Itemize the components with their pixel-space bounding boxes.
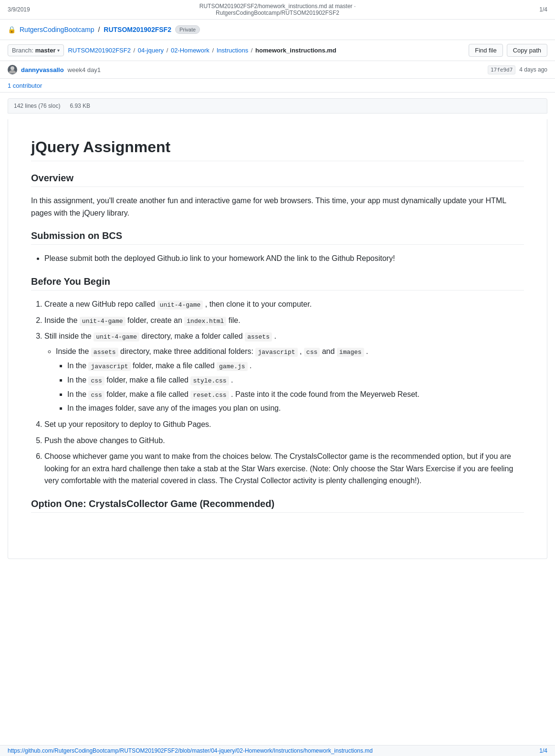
list-item: In the images folder, save any of the im… bbox=[67, 402, 524, 414]
commit-message: week4 day1 bbox=[68, 66, 101, 73]
private-badge: Private bbox=[175, 25, 200, 34]
org-link[interactable]: RutgersCodingBootcamp bbox=[20, 26, 94, 33]
section-overview-heading: Overview bbox=[31, 173, 524, 187]
breadcrumb-homework[interactable]: 02-Homework bbox=[171, 47, 209, 54]
breadcrumb-actions: Find file Copy path bbox=[469, 44, 547, 57]
list-item: Inside the unit-4-game folder, create an… bbox=[44, 314, 524, 327]
nested-files-list: In the javascript folder, make a file ca… bbox=[56, 360, 524, 414]
code-assets: assets bbox=[245, 332, 272, 342]
breadcrumb-current: homework_instructions.md bbox=[255, 47, 336, 54]
code-images: images bbox=[337, 348, 364, 357]
list-item: Please submit both the deployed Github.i… bbox=[44, 252, 524, 265]
contributors-bar: 1 contributor bbox=[0, 79, 555, 93]
nested-assets-list: Inside the assets directory, make three … bbox=[44, 345, 524, 414]
code-game-js: game.js bbox=[217, 362, 248, 371]
code-unit-4-game-2: unit-4-game bbox=[80, 317, 126, 326]
code-css-3: css bbox=[88, 391, 104, 400]
list-item: In the css folder, make a file called st… bbox=[67, 374, 524, 386]
find-file-button[interactable]: Find file bbox=[469, 44, 503, 57]
code-reset-css: reset.css bbox=[190, 391, 229, 400]
copy-path-button[interactable]: Copy path bbox=[507, 44, 547, 57]
list-item: Inside the assets directory, make three … bbox=[56, 345, 524, 414]
breadcrumb-jquery[interactable]: 04-jquery bbox=[138, 47, 164, 54]
code-javascript: javascript bbox=[255, 348, 297, 357]
breadcrumb-bar: Branch: master ▾ RUTSOM201902FSF2 / 04-j… bbox=[0, 40, 555, 61]
commit-time: 4 days ago bbox=[519, 66, 547, 73]
commit-sha: 17fe9d7 bbox=[488, 65, 515, 74]
breadcrumb-separator: / bbox=[98, 26, 100, 33]
branch-label: Branch: bbox=[12, 47, 33, 54]
avatar bbox=[8, 65, 17, 74]
code-css-2: css bbox=[88, 376, 104, 385]
list-item: Still inside the unit-4-game directory, … bbox=[44, 330, 524, 414]
section-before-heading: Before You Begin bbox=[31, 276, 524, 290]
list-item: Set up your repository to deploy to Gith… bbox=[44, 418, 524, 431]
breadcrumb-instructions[interactable]: Instructions bbox=[217, 47, 248, 54]
branch-selector[interactable]: Branch: master ▾ bbox=[8, 44, 64, 56]
commit-meta: 17fe9d7 4 days ago bbox=[488, 65, 547, 74]
list-item: Choose whichever game you want to make f… bbox=[44, 450, 524, 487]
code-unit-4-game-3: unit-4-game bbox=[94, 332, 139, 342]
submission-list: Please submit both the deployed Github.i… bbox=[31, 252, 524, 265]
file-lines: 142 lines (76 sloc) bbox=[14, 103, 60, 109]
branch-name: master bbox=[35, 47, 56, 54]
contributors-link[interactable]: 1 contributor bbox=[8, 82, 42, 89]
list-item: In the css folder, make a file called re… bbox=[67, 388, 524, 401]
commit-author[interactable]: dannyvassallo bbox=[21, 66, 64, 73]
code-index-html: index.html bbox=[184, 317, 226, 326]
code-unit-4-game-1: unit-4-game bbox=[157, 300, 203, 310]
file-size: 6.93 KB bbox=[70, 103, 90, 109]
code-javascript-2: javascript bbox=[88, 362, 130, 371]
chevron-down-icon: ▾ bbox=[57, 48, 60, 53]
commit-info: dannyvassallo week4 day1 17fe9d7 4 days … bbox=[0, 61, 555, 79]
svg-point-0 bbox=[10, 66, 14, 70]
page-number: 1/4 bbox=[412, 6, 547, 13]
section-overview-body: In this assignment, you'll create anothe… bbox=[31, 195, 524, 219]
content-area: jQuery Assignment Overview In this assig… bbox=[8, 119, 547, 559]
top-bar: 3/9/2019 RUTSOM201902FSF2/homework_instr… bbox=[0, 0, 555, 20]
breadcrumb-path: RUTSOM201902FSF2 / 04-jquery / 02-Homewo… bbox=[68, 47, 465, 54]
file-info-bar: 142 lines (76 sloc) 6.93 KB bbox=[8, 98, 547, 114]
code-assets-2: assets bbox=[91, 348, 118, 357]
page-title: RUTSOM201902FSF2/homework_instructions.m… bbox=[143, 3, 413, 16]
lock-icon: 🔒 bbox=[8, 26, 16, 33]
repo-link[interactable]: RUTSOM201902FSF2 bbox=[104, 26, 171, 33]
code-css: css bbox=[304, 348, 320, 357]
page-date: 3/9/2019 bbox=[8, 6, 143, 13]
code-style-css: style.css bbox=[190, 376, 229, 385]
before-steps-list: Create a new GitHub repo called unit-4-g… bbox=[31, 298, 524, 487]
breadcrumb-repo[interactable]: RUTSOM201902FSF2 bbox=[68, 47, 131, 54]
list-item: Push the above changes to GitHub. bbox=[44, 435, 524, 447]
list-item: Create a new GitHub repo called unit-4-g… bbox=[44, 298, 524, 311]
list-item: In the javascript folder, make a file ca… bbox=[67, 360, 524, 372]
section-submission-heading: Submission on BCS bbox=[31, 230, 524, 245]
repo-header: 🔒 RutgersCodingBootcamp / RUTSOM201902FS… bbox=[0, 20, 555, 40]
doc-title: jQuery Assignment bbox=[31, 138, 524, 161]
section-option-one-heading: Option One: CrystalsCollector Game (Reco… bbox=[31, 498, 524, 513]
